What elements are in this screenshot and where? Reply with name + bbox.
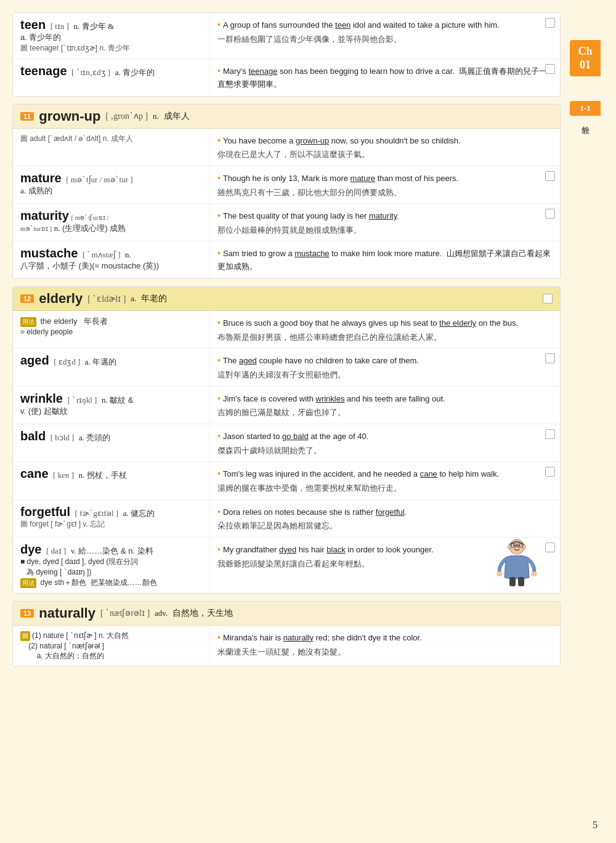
meaning-aged: 年邁的: [92, 357, 116, 366]
entry-left-teenage: teenage [ ˋtɪn‚ɛdʒ ] a. 青少年的: [13, 59, 210, 96]
checkbox-teen[interactable]: [545, 18, 555, 28]
entry-right-adult: •You have become a grown-up now, so you …: [210, 129, 560, 166]
sub-forgetful: 圖 forget [ fɚˋgɛt ] v. 忘記: [20, 520, 105, 528]
section-11-number: 11: [20, 112, 34, 121]
headword-teenage: teenage: [20, 64, 67, 78]
entry-right-elderly-note: •Bruce is such a good boy that he always…: [210, 311, 560, 348]
pos-maturity: n.: [54, 224, 60, 233]
entry-left-mature: mature [ məˋtʃur / məˋtur ] a. 成熟的: [13, 166, 210, 203]
entry-left-elderly-note: 用法 the elderly 年長者 = elderly people: [13, 311, 210, 348]
example-cn-teen: 一群粉絲包圍了這位青少年偶像，並等待與他合影。: [217, 33, 553, 46]
entry-adult: 圖 adult [ˋædʌlt / əˋdʌlt] n. 成年人 •You ha…: [13, 129, 560, 166]
svg-point-1: [514, 544, 516, 546]
section-13-number: 13: [20, 609, 34, 618]
example-mature: •Though he is only 13, Mark is more matu…: [217, 171, 553, 185]
page-number: 5: [593, 820, 598, 831]
entry-teen: teen [ tɪn ] n. 青少年 & a. 青少年的 圖 teenager…: [13, 13, 560, 59]
example-maturity: •The best quality of that young lady is …: [217, 209, 553, 223]
headword-teen: teen: [20, 18, 46, 31]
phonetic-mature: [ məˋtʃur / məˋtur ]: [66, 175, 132, 184]
entry-right-forgetful: •Dora relies on notes because she is rat…: [210, 500, 560, 537]
meaning-teen: 青少年 &: [82, 22, 114, 31]
checkbox-dye[interactable]: [545, 543, 555, 552]
section-13-title: naturally: [39, 605, 95, 621]
checkbox-maturity[interactable]: [545, 209, 555, 219]
meaning-cane: 拐杖，手杖: [87, 470, 127, 480]
example-cane: •Tom's leg was injured in the accident, …: [217, 467, 553, 481]
entry-aged: aged [ ɛdʒd ] a. 年邁的 •The aged couple ha…: [13, 349, 560, 386]
meaning2-teen: a. 青少年的: [20, 33, 61, 42]
section-11-phonetic: [ ‚gronˋʌp ]: [105, 111, 148, 121]
example-aged: •The aged couple have no children to tak…: [217, 353, 553, 368]
entry-bald: bald [ bɔld ] a. 秃頭的 •Jason started to g…: [13, 424, 560, 462]
sidebar-section-label: 1-1: [570, 101, 601, 116]
entry-wrinkle: wrinkle [ ˋrɪŋkl ] n. 皺紋 & v. (使) 起皺紋 •J…: [13, 387, 560, 424]
sub-dye-3: dye sth＋顏色 把某物染成……顏色: [41, 578, 157, 587]
section-12-title: elderly: [39, 291, 83, 307]
checkbox-teenage[interactable]: [545, 64, 555, 74]
icon-naturally-related: 圖: [20, 631, 30, 641]
entry-left-dye: dye [ daɪ ] v. 給……染色 & n. 染料 ■ dye, dyed…: [13, 538, 210, 593]
entry-left-maturity: maturity [ məˋtʃurɪtɪ / məˋturɪtɪ ] n. (…: [13, 204, 210, 241]
entry-right-teenage: •Mary's teenage son has been begging to …: [210, 59, 560, 96]
checkbox-bald[interactable]: [545, 429, 555, 439]
sub-dye-1: ■ dye, dyed [ daɪd ], dyed (現在分詞: [20, 557, 138, 566]
phonetic-forgetful: [ fɚˋgɛtfəl ]: [75, 509, 119, 518]
icon-elderly-usage: 用法: [20, 317, 36, 327]
example-mustache: •Sam tried to grow a mustache to make hi…: [217, 246, 553, 273]
pos-teenage: a.: [115, 68, 121, 77]
checkbox-aged[interactable]: [545, 353, 555, 363]
meaning-forgetful: 健忘的: [131, 509, 155, 518]
entry-dye: dye [ daɪ ] v. 給……染色 & n. 染料 ■ dye, dyed…: [13, 538, 560, 593]
entry-right-maturity: •The best quality of that young lady is …: [210, 204, 560, 241]
sidebar-ch-number: 01: [573, 58, 597, 72]
pos-cane: n.: [79, 470, 85, 480]
meaning-maturity: (生理或心理) 成熟: [62, 224, 126, 233]
pos-wrinkle: n.: [102, 395, 108, 405]
headword-aged: aged: [20, 353, 49, 367]
checkbox-elderly-header[interactable]: [543, 294, 553, 304]
example-cn-aged: 這對年邁的夫婦沒有子女照顧他們。: [217, 369, 553, 381]
example-cn-wrinkle: 吉姆的臉已滿是皺紋，牙齒也掉了。: [217, 406, 553, 419]
svg-point-4: [523, 544, 526, 549]
meaning-bald: 秃頭的: [86, 433, 110, 442]
entry-right-wrinkle: •Jim's face is covered with wrinkles and…: [210, 387, 560, 424]
pos-aged: a.: [85, 357, 91, 366]
example-teen: •A group of fans surrounded the teen ido…: [217, 18, 553, 32]
phonetic-mustache: [ ˋmʌstæʃ ]: [83, 250, 121, 259]
entry-mustache: mustache [ ˋmʌstæʃ ] n. 八字鬍，小鬍子 (美)(= mo…: [13, 241, 560, 278]
checkbox-mature[interactable]: [545, 171, 555, 181]
meaning-wrinkle: 皺紋 &: [110, 395, 133, 405]
phonetic-teen: [ tɪn ]: [51, 22, 69, 31]
phonetic-maturity: [ məˋtʃurɪtɪ /: [71, 214, 108, 221]
section-11-pos: n.: [153, 111, 159, 121]
svg-point-6: [496, 571, 503, 576]
example-wrinkle: •Jim's face is covered with wrinkles and…: [217, 392, 553, 406]
example-adult: •You have become a grown-up now, so you …: [217, 134, 553, 148]
meaning-dye: 給……染色 & n. 染料: [78, 546, 153, 555]
illustration-old-man: [492, 538, 541, 590]
phonetic-dye: [ daɪ ]: [46, 546, 66, 555]
underline-teen: teen: [335, 20, 351, 30]
headword-mature: mature: [20, 171, 62, 185]
entry-left-wrinkle: wrinkle [ ˋrɪŋkl ] n. 皺紋 & v. (使) 起皺紋: [13, 387, 210, 424]
entry-right-aged: •The aged couple have no children to tak…: [210, 349, 560, 385]
headword-mustache: mustache: [20, 246, 78, 260]
entry-right-cane: •Tom's leg was injured in the accident, …: [210, 462, 560, 499]
bullet-teen: •: [217, 20, 221, 30]
example-forgetful: •Dora relies on notes because she is rat…: [217, 505, 553, 519]
example-cn-elderly: 布魯斯是個好男孩，他搭公車時總會把自己的座位讓給老人家。: [217, 331, 553, 344]
sub-teen: 圖 teenager [ˋtɪn‚ɛdʒɚ] n. 青少年: [20, 44, 130, 52]
meaning2-wrinkle: v. (使) 起皺紋: [20, 406, 68, 416]
checkbox-cane[interactable]: [545, 467, 555, 477]
headword-forgetful: forgetful: [20, 505, 70, 518]
example-teenage: •Mary's teenage son has been begging to …: [217, 64, 553, 91]
section-12-phonetic: [ ˋɛldɚlɪ ]: [87, 294, 126, 304]
headword-wrinkle: wrinkle: [20, 392, 63, 405]
meaning-teenage: 青少年的: [123, 68, 155, 77]
icon-dye-usage: 用法: [20, 578, 36, 588]
section-11-meaning: 成年人: [164, 111, 190, 122]
example-cn-mature: 雖然馬克只有十三歲，卻比他大部分的同儕要成熟。: [217, 187, 553, 199]
entry-right-mature: •Though he is only 13, Mark is more matu…: [210, 166, 560, 203]
pos-forgetful: a.: [123, 509, 129, 518]
